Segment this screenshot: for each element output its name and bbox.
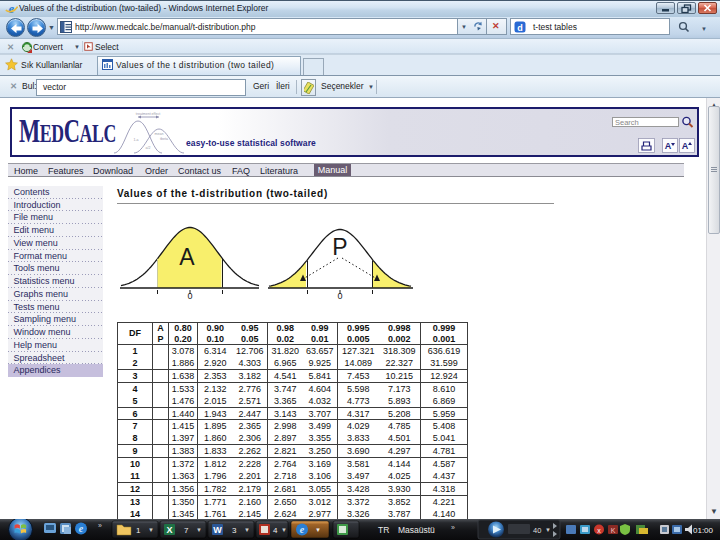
- svg-text:3: 3: [232, 526, 237, 535]
- svg-text:▼: ▼: [196, 527, 202, 533]
- svg-text:P: P: [332, 234, 347, 260]
- svg-text:▼: ▼: [281, 527, 287, 533]
- svg-text:40: 40: [533, 526, 541, 535]
- svg-text:e: e: [79, 523, 84, 534]
- svg-text:0: 0: [337, 291, 342, 301]
- svg-text:»: »: [451, 524, 455, 531]
- svg-text:▼: ▼: [148, 527, 154, 533]
- svg-text:X: X: [166, 525, 172, 535]
- svg-text:▼: ▼: [545, 527, 551, 533]
- svg-text:1: 1: [136, 526, 141, 535]
- svg-text:▼: ▼: [244, 527, 250, 533]
- svg-text:TR: TR: [378, 525, 389, 535]
- svg-text:A: A: [179, 244, 195, 270]
- svg-text:»: »: [98, 522, 102, 529]
- svg-text:Masaüstü: Masaüstü: [398, 525, 435, 535]
- svg-text:W: W: [213, 525, 222, 535]
- svg-text:4: 4: [273, 526, 278, 535]
- svg-text:x: x: [597, 527, 601, 534]
- svg-text:K: K: [611, 527, 616, 534]
- svg-text:01:00: 01:00: [693, 526, 714, 535]
- svg-text:e: e: [300, 524, 305, 535]
- svg-text:▼: ▼: [315, 527, 321, 533]
- svg-text:7: 7: [184, 526, 189, 535]
- svg-text:0: 0: [187, 291, 192, 301]
